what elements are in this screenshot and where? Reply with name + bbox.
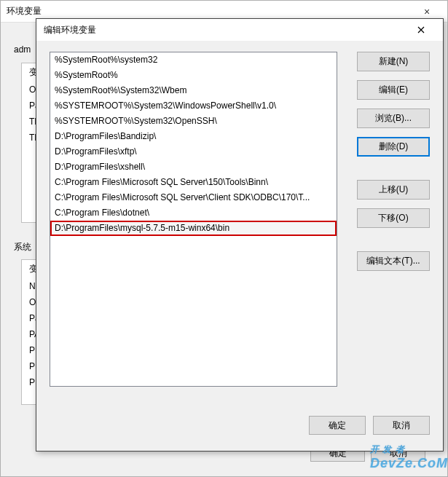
path-list-item[interactable]: %SystemRoot%\system32 (50, 52, 337, 68)
close-icon (417, 26, 425, 33)
path-list-item[interactable]: D:\ProgramFiles\Bandizip\ (50, 129, 337, 144)
path-list-item[interactable]: D:\ProgramFiles\mysql-5.7.5-m15-winx64\b… (50, 221, 337, 236)
outer-title: 环境变量 (7, 5, 412, 17)
inner-title: 编辑环境变量 (44, 24, 406, 36)
new-button[interactable]: 新建(N) (357, 52, 430, 71)
move-up-button[interactable]: 上移(U) (357, 180, 430, 200)
inner-ok-button[interactable]: 确定 (309, 416, 366, 435)
path-list-item[interactable]: %SYSTEMROOT%\System32\OpenSSH\ (50, 114, 337, 129)
path-list[interactable]: %SystemRoot%\system32%SystemRoot%%System… (50, 52, 337, 387)
edit-text-button[interactable]: 编辑文本(T)... (357, 251, 430, 271)
inner-cancel-button[interactable]: 取消 (373, 416, 430, 435)
inner-body: %SystemRoot%\system32%SystemRoot%%System… (36, 41, 443, 451)
path-list-item[interactable]: D:\ProgramFiles\xshell\ (50, 159, 337, 175)
path-list-item[interactable]: C:\Program Files\Microsoft SQL Server\15… (50, 175, 337, 190)
inner-close-button[interactable] (406, 20, 436, 40)
move-down-button[interactable]: 下移(O) (357, 208, 430, 228)
system-section-label: 系统 (14, 241, 31, 253)
path-list-item[interactable]: C:\Program Files\Microsoft SQL Server\Cl… (50, 190, 337, 205)
path-list-item[interactable]: C:\Program Files\dotnet\ (50, 205, 337, 221)
user-section-label: adm (14, 44, 31, 55)
side-button-column: 新建(N) 编辑(E) 浏览(B)... 删除(D) 上移(U) 下移(O) 编… (357, 52, 430, 271)
inner-button-row: 确定 取消 (309, 416, 430, 435)
edit-button[interactable]: 编辑(E) (357, 80, 430, 100)
delete-button[interactable]: 删除(D) (357, 137, 430, 157)
edit-env-var-dialog: 编辑环境变量 %SystemRoot%\system32%SystemRoot%… (36, 18, 444, 452)
browse-button[interactable]: 浏览(B)... (357, 109, 430, 128)
path-list-item[interactable]: %SYSTEMROOT%\System32\WindowsPowerShell\… (50, 98, 337, 114)
path-list-item[interactable]: %SystemRoot%\System32\Wbem (50, 83, 337, 98)
path-list-item[interactable]: D:\ProgramFiles\xftp\ (50, 144, 337, 159)
path-list-item[interactable]: %SystemRoot% (50, 68, 337, 83)
inner-titlebar: 编辑环境变量 (36, 19, 443, 41)
